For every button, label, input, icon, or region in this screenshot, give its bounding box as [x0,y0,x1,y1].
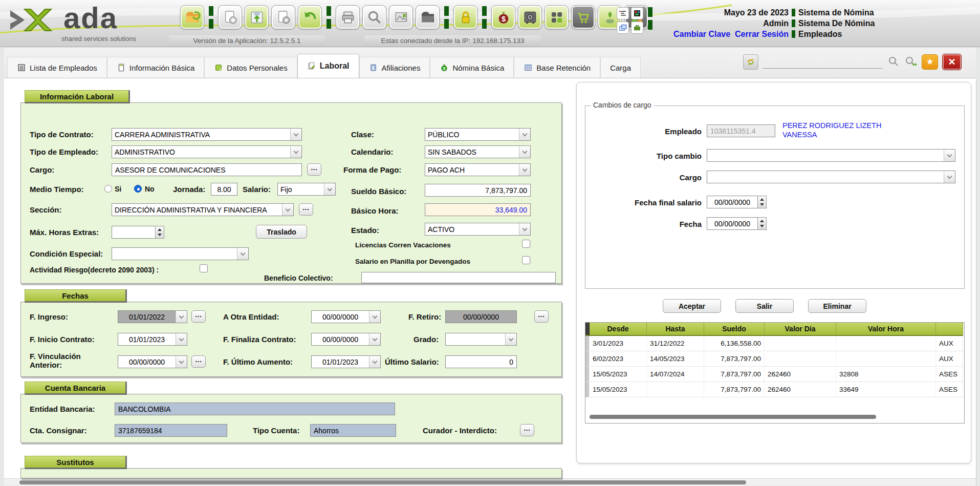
list-small-icon[interactable] [617,7,629,19]
tipo-empleado-select[interactable]: ADMINISTRATIVO [112,145,302,158]
beneficio-colectivo-input[interactable] [361,272,556,283]
seccion-browse-button[interactable]: ··· [299,203,313,216]
chevron-down-icon[interactable] [944,150,955,161]
search-icon[interactable] [362,5,386,29]
table-row[interactable]: 6/02/2023 14/05/2023 7,873,797.00 AUX [585,351,964,367]
chevron-down-icon[interactable] [944,171,955,183]
jornada-input[interactable]: 8.00 [211,183,237,196]
cargo-input[interactable]: ASESOR DE COMUNICACIONES [112,163,302,176]
chevron-down-icon[interactable] [176,311,187,323]
chevron-down-icon[interactable] [519,164,530,176]
tab-informacion-basica[interactable]: Información Básica [107,57,205,78]
chevron-down-icon[interactable] [282,204,293,216]
table-row[interactable]: 15/05/2023 14/07/2024 7,873,797.00 26246… [585,367,964,382]
row-selector[interactable] [585,336,590,351]
lock-icon[interactable] [453,5,477,29]
tab-afiliaciones[interactable]: Afiliaciones [359,57,430,78]
salario-planilla-checkbox[interactable] [522,256,530,264]
search-next-icon[interactable] [904,55,918,69]
save-icon[interactable] [245,5,269,29]
print-icon[interactable] [336,5,360,29]
close-module-icon[interactable]: ✕ [942,54,962,70]
logout-link[interactable]: Cerrar Sesión [735,30,789,38]
col-hasta[interactable]: Hasta [647,323,704,336]
f-ingreso-select[interactable]: 01/01/2022 [118,310,187,323]
aceptar-button[interactable]: Aceptar [663,299,721,313]
cargo-cambio-select[interactable] [707,171,955,183]
cart-icon[interactable] [571,5,595,29]
a-otra-entidad-select[interactable]: 00/00/0000 [311,310,381,323]
medio-tiempo-si-radio[interactable] [104,185,112,193]
f-ultimo-aumento-select[interactable]: 01/01/2023 [311,355,381,368]
chevron-down-icon[interactable] [176,356,187,368]
tipo-cuenta-input[interactable]: Ahorros [310,424,396,437]
f-ingreso-browse-button[interactable]: ··· [191,310,206,323]
clase-select[interactable]: PÚBLICO [425,128,531,141]
preview-image-icon[interactable] [389,5,413,29]
favorite-star-icon[interactable]: ★ [922,54,938,70]
col-valor-dia[interactable]: Valor Día [765,323,836,336]
grado-select[interactable] [445,333,517,346]
chevron-down-icon[interactable] [176,333,187,345]
chevron-down-icon[interactable] [290,146,301,158]
fecha-spinner[interactable] [757,217,767,230]
fecha-final-salario-spinner[interactable] [757,196,767,208]
tab-carga[interactable]: Carga [600,57,641,78]
projects-folder-icon[interactable] [416,5,440,29]
briefcase-icon[interactable] [631,22,643,34]
estado-select[interactable]: ACTIVO [425,223,531,236]
delete-document-icon[interactable] [271,5,295,29]
actividad-riesgo-checkbox[interactable] [200,264,208,272]
tipo-contrato-select[interactable]: CARRERA ADMINISTRATIVA [112,128,302,141]
col-sueldo[interactable]: Sueldo [704,323,765,336]
licencias-corren-vacaciones-checkbox[interactable] [522,240,530,248]
salir-button[interactable]: Salir [735,299,794,313]
forma-pago-select[interactable]: PAGO ACH [425,163,531,176]
cargo-browse-button[interactable]: ··· [307,163,321,176]
col-desde[interactable]: Desde [590,323,647,336]
tab-nomina-basica[interactable]: $ Nómina Básica [430,57,514,78]
modules-icon[interactable] [545,5,569,29]
undo-icon[interactable] [298,5,322,29]
chevron-down-icon[interactable] [369,311,380,323]
open-folder-icon[interactable] [180,5,204,29]
fecha-final-salario-input[interactable]: 00/00/0000 [707,196,758,208]
chevron-down-icon[interactable] [519,129,530,140]
vault-icon[interactable] [518,5,542,29]
row-selector[interactable] [585,351,590,367]
eliminar-button[interactable]: Eliminar [808,299,866,313]
medio-tiempo-no-radio[interactable] [134,185,142,193]
table-row[interactable]: 3/01/2023 31/12/2022 6,136,558.00 AUX [585,336,964,351]
table-row[interactable]: 15/05/2023 7,873,797.00 262460 33649 ASE… [585,382,964,397]
change-password-link[interactable]: Cambiar Clave [673,30,730,38]
new-document-icon[interactable] [218,5,242,29]
entidad-bancaria-input[interactable]: BANCOLOMBIA [115,403,395,415]
condicion-especial-select[interactable] [112,247,249,260]
tab-datos-personales[interactable]: Datos Personales [204,57,297,78]
ultimo-salario-input[interactable]: 0 [445,355,517,368]
row-selector[interactable] [585,382,590,397]
tab-lista-de-empleados[interactable]: Lista de Empleados [7,57,107,78]
calendario-select[interactable]: SIN SABADOS [425,145,531,158]
col-valor-hora[interactable]: Valor Hora [836,323,936,336]
chevron-down-icon[interactable] [237,248,248,260]
max-horas-extras-input[interactable] [112,226,156,239]
tab-laboral[interactable]: Laboral [297,54,359,78]
chevron-down-icon[interactable] [505,333,516,345]
chevron-down-icon[interactable] [290,129,301,140]
curador-interdicto-browse-button[interactable]: ··· [520,424,534,436]
f-vinculacion-anterior-select[interactable]: 00/00/0000 [118,355,187,368]
tab-base-retencion[interactable]: Base Retención [514,57,600,78]
f-inicio-contrato-select[interactable]: 01/01/2023 [118,333,187,346]
sueldo-basico-input[interactable]: 7,873,797.00 [425,184,531,197]
seccion-select[interactable]: DIRECCIÓN ADMINISTRATIVA Y FINANCIERA [112,203,294,216]
f-retiro-browse-button[interactable]: ··· [534,310,549,323]
money-bag-icon[interactable]: $ [491,5,515,29]
historial-cargos-table[interactable]: Desde Hasta Sueldo Valor Día Valor Hora … [585,322,965,424]
basico-hora-input[interactable]: 33,649.00 [425,203,531,216]
traslado-button[interactable]: Traslado [256,225,307,239]
salario-select[interactable]: Fijo [277,183,336,196]
chevron-down-icon[interactable] [519,146,530,158]
refresh-icon[interactable] [743,54,758,70]
chevron-down-icon[interactable] [324,183,335,195]
